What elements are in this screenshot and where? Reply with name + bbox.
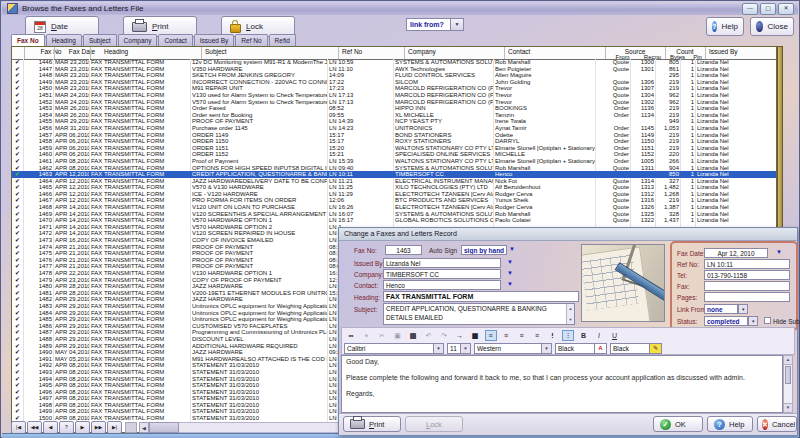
hide-subject-checkbox[interactable] <box>764 317 771 324</box>
nav-button-2[interactable]: ◀ <box>43 421 58 434</box>
status-chevron-icon[interactable]: ▼ <box>748 316 758 326</box>
scroll-up-icon[interactable]: ▲ <box>784 356 792 365</box>
table-row[interactable]: ✔1456MAR 31,2010FAX TRANSMITTAL FORMPurc… <box>12 125 776 132</box>
italic-icon[interactable]: I <box>593 330 605 341</box>
bullet-list-icon[interactable]: ⁞ <box>547 330 559 341</box>
size-chevron-icon[interactable]: ▼ <box>460 344 470 353</box>
script-dropdown[interactable]: Western▼ <box>474 343 552 354</box>
tab-refid[interactable]: Refid <box>269 34 296 46</box>
nav-button-0[interactable]: |◀ <box>11 421 26 434</box>
table-row[interactable]: ✔1463APR 12,2010FAX TRANSMITTAL FORMCRED… <box>12 171 776 178</box>
nav-button-1[interactable]: ◀◀ <box>27 421 42 434</box>
align-left-icon[interactable]: ≡ <box>485 330 497 341</box>
numbered-list-icon[interactable]: ⁝ <box>562 330 574 341</box>
text-color-dropdown[interactable]: BlackA <box>555 343 607 354</box>
col-header-contact[interactable]: Contact <box>508 48 530 55</box>
nav-button-4[interactable]: ▶ <box>75 421 90 434</box>
tab-subject[interactable]: Subject <box>83 34 117 46</box>
indent-icon[interactable]: → <box>454 330 466 341</box>
undo-icon[interactable]: ↶ <box>423 330 435 341</box>
font-chevron-icon[interactable]: ▼ <box>433 344 443 353</box>
table-row[interactable]: ✔1458APR 06,2010FAX TRANSMITTAL FORMORDE… <box>12 138 776 145</box>
link-from-dropdown[interactable]: link from? ▼ <box>406 18 464 31</box>
col-header-ref-no[interactable]: Ref No <box>342 48 362 55</box>
col-header-issued-by[interactable]: Issued By <box>709 48 738 55</box>
dialog-lock-button[interactable]: Lock <box>405 416 463 432</box>
message-body[interactable]: Good Day,Please complete the following a… <box>341 355 783 413</box>
fax-no-field[interactable]: 1463 <box>385 245 422 255</box>
chevron-down-icon[interactable]: ▼ <box>450 19 463 30</box>
nav-button-6[interactable]: ▶| <box>107 421 122 434</box>
highlight-color-dropdown[interactable]: Black✎ <box>610 343 662 354</box>
status-field[interactable]: completed <box>704 316 748 326</box>
close-button[interactable]: Close <box>750 17 794 36</box>
tab-company[interactable]: Company <box>118 34 158 46</box>
font-name-dropdown[interactable]: Calibri▼ <box>344 343 444 354</box>
paste-icon[interactable]: ▤ <box>407 330 419 341</box>
table-row[interactable]: ✔1461APR 08,2010FAX TRANSMITTAL FORMProo… <box>12 158 776 165</box>
col-header-fax-no[interactable]: Fax No <box>36 48 66 55</box>
contact-field[interactable]: Henco <box>383 280 501 290</box>
table-row[interactable]: ✔1448MAR 23,2010FAX TRANSMITTAL FORMSKET… <box>12 72 776 79</box>
nav-button-5[interactable]: ▶▶ <box>91 421 106 434</box>
align-justify-icon[interactable]: ≡ <box>531 330 543 341</box>
contact-chevron-icon[interactable]: ▼ <box>507 281 513 287</box>
table-row[interactable]: ✔1468APR 14,2010FAX TRANSMITTAL FORMV120… <box>12 204 776 211</box>
issued-by-chevron-icon[interactable]: ▼ <box>507 259 513 265</box>
close-icon[interactable]: ✕ <box>778 3 794 15</box>
dialog-print-button[interactable]: Print <box>343 416 401 432</box>
fill-icon[interactable]: ▦ <box>469 330 481 341</box>
horizontal-scrollbar[interactable]: ◀ <box>139 422 351 433</box>
dialog-help-button[interactable]: ? Help <box>707 416 753 432</box>
tab-contact[interactable]: Contact <box>158 34 192 46</box>
ref-no-field[interactable]: LN 10:11 <box>704 259 790 269</box>
col-header-subject[interactable]: Subject <box>205 48 227 55</box>
tab-ref-no[interactable]: Ref No <box>235 34 267 46</box>
minimize-icon[interactable]: — <box>742 3 758 15</box>
company-field[interactable]: TIMBERSOFT CC <box>383 269 501 279</box>
message-scrollbar[interactable]: ▲ ▼ <box>783 355 793 413</box>
ok-button[interactable]: ✓ OK <box>653 416 703 432</box>
scrollbar-thumb[interactable] <box>149 422 179 433</box>
scrollbar-track[interactable] <box>179 422 351 433</box>
auto-sign-chevron-icon[interactable]: ▼ <box>509 246 515 252</box>
redo-icon[interactable]: ↷ <box>438 330 450 341</box>
underline-icon[interactable]: U <box>609 330 621 341</box>
cut-icon[interactable]: ✂ <box>376 330 388 341</box>
col-header-fax-date[interactable]: Fax Date <box>64 48 100 55</box>
font-color-icon[interactable]: A <box>594 344 606 353</box>
tab-issued-by[interactable]: Issued By <box>194 34 235 46</box>
table-row[interactable]: ✔1462APR 08,2010FAX TRANSMITTAL FORMOPTI… <box>12 165 776 172</box>
subject-field[interactable]: CREDIT APPLICATION, QUESTIONARRE & BANKI… <box>383 303 575 325</box>
table-row[interactable]: ✔1467APR 12,2010FAX TRANSMITTAL FORMPRO … <box>12 197 776 204</box>
font-size-dropdown[interactable]: 11▼ <box>447 343 471 354</box>
table-row[interactable]: ✔1453MAR 26,2010FAX TRANSMITTAL FORMOrde… <box>12 105 776 112</box>
link-from-field[interactable]: none <box>704 304 738 314</box>
help-button[interactable]: ? Help <box>706 17 744 36</box>
col-header-heading[interactable]: Heading <box>104 48 128 55</box>
link-from-chevron-icon[interactable]: ▼ <box>738 304 748 314</box>
tab-heading[interactable]: Heading <box>46 34 82 46</box>
table-row[interactable]: ✔1469APR 14,2010FAX TRANSMITTAL FORMV120… <box>12 211 776 218</box>
table-row[interactable]: ✔1450MAR 23,2010FAX TRANSMITTAL FORMM91 … <box>12 85 776 92</box>
subject-scrollbar[interactable]: ▲▼ <box>566 304 574 324</box>
heading-field[interactable]: FAX TRANSMITTAL FORM <box>383 291 579 302</box>
table-row[interactable]: ✔1454MAR 26,2010FAX TRANSMITTAL FORMOrde… <box>12 112 776 119</box>
issued-by-field[interactable]: Lizanda Nel <box>383 258 501 268</box>
cancel-button[interactable]: ✕ Cancel <box>757 416 797 432</box>
table-row[interactable]: ✔1451MAR 24,2010FAX TRANSMITTAL FORMV130… <box>12 92 776 99</box>
col-header-company[interactable]: Company <box>408 48 436 55</box>
table-row[interactable]: ✔1457APR 06,2010FAX TRANSMITTAL FORMORDE… <box>12 132 776 139</box>
bold-icon[interactable]: B <box>578 330 590 341</box>
table-row[interactable]: ✔1460APR 06,2010FAX TRANSMITTAL FORMORDE… <box>12 151 776 158</box>
align-right-icon[interactable]: ≡ <box>516 330 528 341</box>
find-icon[interactable]: ∞ <box>345 330 357 341</box>
message-scroll-thumb[interactable] <box>785 366 791 384</box>
table-row[interactable]: ✔1449MAR 23,2010FAX TRANSMITTAL FORMINCO… <box>12 79 776 86</box>
copy-icon[interactable]: ▣ <box>392 330 404 341</box>
maximize-icon[interactable]: ▢ <box>760 3 776 15</box>
table-row[interactable]: ✔1447MAR 23,2010FAX TRANSMITTAL FORMV350… <box>12 66 776 73</box>
pages-field[interactable] <box>704 292 790 302</box>
table-row[interactable]: ✔1455MAR 29,2010FAX TRANSMITTAL FORMPROO… <box>12 118 776 125</box>
auto-sign-dropdown[interactable]: sign by hand <box>461 245 507 255</box>
